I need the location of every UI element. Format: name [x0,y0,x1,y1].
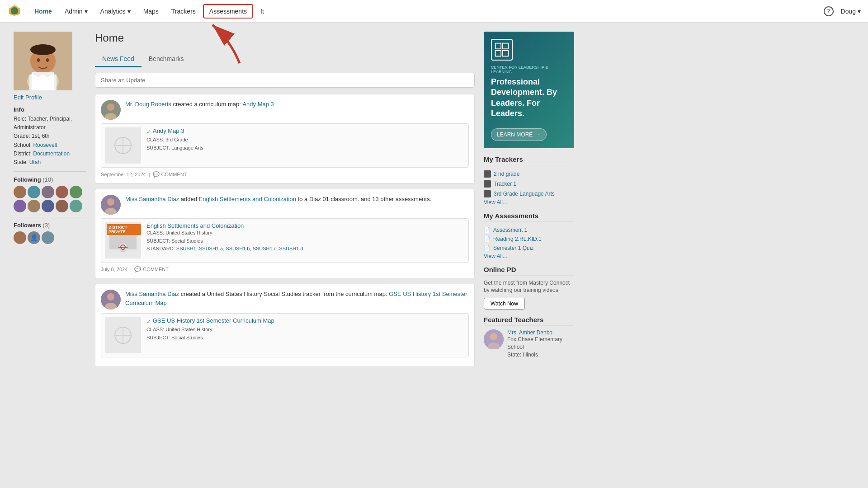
feed-item: Mr. Doug Roberts created a curriculum ma… [95,94,475,183]
feed-card-subject: SUBJECT: Social Studies [146,237,465,245]
district-private-badge: DISTRICT PRIVATE [107,224,141,235]
my-assessments-title: My Assessments [484,212,574,222]
tracker-item[interactable]: 2 nd grade [484,169,574,179]
nav-assessments[interactable]: Assessments [203,4,253,19]
tab-benchmarks[interactable]: Benchmarks [142,52,191,67]
feed-card-title-link[interactable]: English Settlements and Colonization [146,222,244,229]
feed-user-link[interactable]: Miss Samantha Diaz [125,196,179,202]
standard-link[interactable]: SSUSH1.a [199,246,223,251]
nav-analytics[interactable]: Analytics ▾ [95,5,136,18]
feed-user-avatar[interactable] [101,290,121,310]
avatar[interactable] [14,186,26,198]
avatar[interactable] [56,200,68,212]
feed-user-link[interactable]: Miss Samantha Diaz [125,291,179,297]
svg-point-38 [490,333,497,340]
feed-card-info: ✓ GSE US History 1st Semester Curriculum… [146,317,465,353]
svg-rect-10 [32,72,54,90]
standard-link[interactable]: SSUSH1.b [226,246,250,251]
tracker-icon [484,190,491,197]
school-link[interactable]: Roosevelt [33,142,57,148]
featured-teacher: Mrs. Amber Denbo Fox Chase Elementary Sc… [484,329,574,358]
avatar[interactable] [28,186,40,198]
feed-meta: September 12, 2024 | 💬 COMMENT [101,171,469,178]
nav-it[interactable]: It [255,5,269,18]
state-link[interactable]: Utah [29,159,41,165]
feed-card-title-link[interactable]: Andy Map 3 [153,127,184,134]
verified-icon: ✓ [146,129,151,135]
watch-now-button[interactable]: Watch Now [484,298,525,310]
avatar[interactable] [14,231,26,244]
share-update-input[interactable] [95,73,475,88]
profile-photo [14,32,72,90]
featured-teachers-title: Featured Teachers [484,316,574,326]
avatar[interactable] [42,200,54,212]
assessments-view-all[interactable]: View All... [484,253,507,259]
profile-grade: Grade: 1st, 6th [14,132,86,141]
feed-card-standards: STANDARD: SSUSH1, SSUSH1.a, SSUSH1.b, SS… [146,245,465,253]
avatar[interactable] [42,231,54,244]
left-column: Edit Profile Info Role: Teacher, Princip… [14,32,86,372]
comment-button[interactable]: 💬 COMMENT [153,171,187,178]
district-link[interactable]: Documentation [33,150,70,157]
top-navigation: Home Admin ▾ Analytics ▾ Maps Trackers A… [0,0,868,23]
svg-point-27 [107,293,114,300]
comment-button[interactable]: 💬 COMMENT [134,266,169,272]
nav-maps[interactable]: Maps [138,5,164,18]
standard-link[interactable]: SSUSH1.c [253,246,277,251]
avatar[interactable]: 👤 [28,231,40,244]
learn-more-button[interactable]: LEARN MORE → [491,128,547,141]
feed-user-avatar[interactable] [101,100,121,120]
feed-date: July 8, 2024 [101,267,127,272]
arrow-right-icon: → [535,131,541,138]
promo-logo [491,39,513,61]
tracker-item[interactable]: 3rd Grade Language Arts [484,189,574,199]
svg-rect-35 [495,51,501,56]
comment-icon: 💬 [134,266,141,272]
avatar[interactable] [28,200,40,212]
avatar[interactable] [14,200,26,212]
followers-section: Followers (3) 👤 [14,222,86,244]
my-trackers-section: My Trackers 2 nd grade Tracker 1 3rd Gra… [484,155,574,206]
featured-teacher-info: Mrs. Amber Denbo Fox Chase Elementary Sc… [507,329,574,358]
featured-teacher-avatar[interactable] [484,329,504,349]
svg-rect-36 [503,51,509,56]
assessment-item[interactable]: 📄 Assessment 1 [484,225,574,235]
assessment-item[interactable]: 📄 Semester 1 Quiz [484,244,574,253]
svg-point-8 [46,58,49,62]
verified-icon: ✓ [146,319,151,325]
feed-content-link[interactable]: English Settlements and Colonization [199,196,296,202]
profile-role2: Administrator [14,123,86,132]
svg-rect-34 [503,43,509,49]
feed-card-info: ✓ Andy Map 3 CLASS: 3rd Grade SUBJECT: L… [146,127,465,164]
featured-teacher-state: State: Illinois [507,351,574,359]
assessment-item[interactable]: 📄 Reading 2.RL.KID.1 [484,235,574,244]
feed-card-info: English Settlements and Colonization CLA… [146,222,465,258]
avatar[interactable] [42,186,54,198]
trackers-view-all[interactable]: View All... [484,199,507,206]
avatar[interactable] [70,186,82,198]
app-logo[interactable] [7,3,22,19]
feed-card-thumbnail: DISTRICT PRIVATE [105,222,141,258]
standard-link[interactable]: SSUSH1.d [279,246,303,251]
user-menu[interactable]: Doug ▾ [841,8,861,15]
feed-card-title-link[interactable]: GSE US History 1st Semester Curriculum M… [153,317,274,324]
avatar[interactable] [56,186,68,198]
tracker-item[interactable]: Tracker 1 [484,179,574,189]
feed-user-link[interactable]: Mr. Doug Roberts [125,101,171,108]
featured-teacher-name[interactable]: Mrs. Amber Denbo [507,329,552,336]
nav-home[interactable]: Home [29,5,57,18]
feed-content-link[interactable]: Andy Map 3 [242,101,274,108]
profile-role: Role: Teacher, Principal, [14,115,86,123]
tab-news-feed[interactable]: News Feed [95,52,142,67]
help-button[interactable]: ? [824,6,834,16]
standard-link[interactable]: SSUSH1 [176,246,196,251]
feed-user-avatar[interactable] [101,195,121,215]
avatar[interactable] [70,200,82,212]
nav-admin[interactable]: Admin ▾ [59,5,93,18]
profile-state: State: Utah [14,158,86,167]
svg-point-9 [30,44,56,55]
followers-avatars: 👤 [14,231,86,244]
edit-profile-link[interactable]: Edit Profile [14,94,86,101]
promo-headline: Professional Development. By Leaders. Fo… [491,77,567,119]
nav-trackers[interactable]: Trackers [166,5,201,18]
